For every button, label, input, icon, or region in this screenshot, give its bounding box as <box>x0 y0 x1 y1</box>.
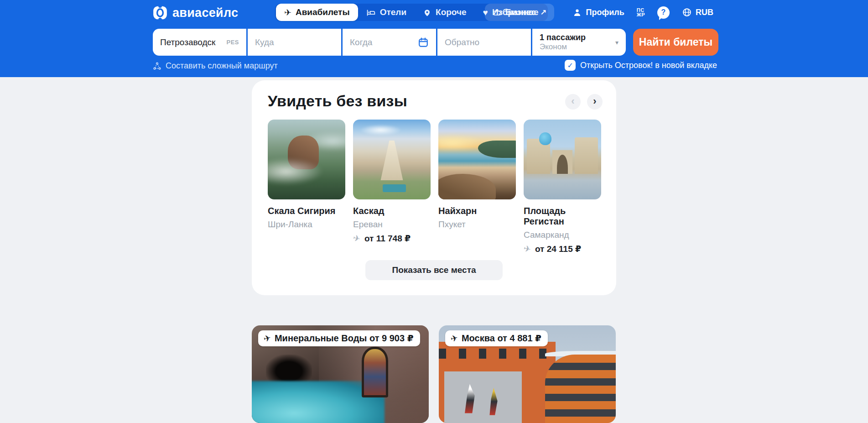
return-date-field[interactable]: Обратно <box>437 29 531 56</box>
flight-search-form: Петрозаводск PES Куда Когда Обратно 1 па… <box>153 29 718 56</box>
destination-field[interactable]: Куда <box>248 29 341 56</box>
globe-icon <box>682 7 692 17</box>
return-placeholder: Обратно <box>445 37 479 47</box>
plane-icon: ✈ <box>523 243 532 255</box>
checkbox-checked[interactable]: ✓ <box>565 60 576 71</box>
destination-card-registan[interactable]: Площадь Регистан Самарканд ✈ от 24 115 ₽ <box>524 120 601 254</box>
aviasales-logo-icon <box>153 5 167 20</box>
tab-label: Короче <box>436 7 467 17</box>
tab-hotels[interactable]: Отели <box>358 5 415 20</box>
destination-price: ✈ от 11 748 ₽ <box>353 233 431 244</box>
destination-title: Найхарн <box>438 206 516 216</box>
plane-icon: ✈ <box>262 332 272 344</box>
ostrovok-label: Открыть Островок! в новой вкладке <box>580 61 717 70</box>
destination-photo <box>524 120 601 199</box>
show-all-places-button[interactable]: Показать все места <box>365 260 503 280</box>
calendar-icon[interactable] <box>418 37 429 48</box>
destination-subtitle: Ереван <box>353 219 431 230</box>
plane-icon: ✈ <box>352 233 361 245</box>
aviasales-logo[interactable]: авиасейлс <box>153 4 238 21</box>
bed-icon <box>366 8 376 17</box>
psgr-line2: ЖР <box>637 12 645 17</box>
destination-cards: Скала Сигирия Шри-Ланка Каскад Ереван ✈ … <box>268 120 601 254</box>
map-pin-icon <box>423 8 431 17</box>
destination-subtitle: Шри-Ланка <box>268 219 345 230</box>
destination-subtitle: Пхукет <box>438 219 516 230</box>
chevron-left-icon: ‹ <box>571 95 574 107</box>
route-icon <box>153 62 161 70</box>
currency-label: RUB <box>696 8 713 17</box>
destination-title: Площадь Регистан <box>524 206 601 227</box>
tab-avia-tickets[interactable]: ✈ Авиабилеты <box>276 4 358 21</box>
cabin-class: Эконом <box>540 42 586 52</box>
tab-koroche[interactable]: Короче <box>415 5 475 20</box>
promo-price-badge: ✈ Минеральные Воды от 9 903 ₽ <box>258 330 420 346</box>
visa-free-section: Увидеть без визы ‹ › Скала Сигирия Шри-Л… <box>252 80 616 295</box>
carousel-prev-button[interactable]: ‹ <box>565 94 581 110</box>
origin-value: Петрозаводск <box>160 37 215 47</box>
destination-photo <box>353 120 431 199</box>
person-icon <box>572 8 582 17</box>
tab-business[interactable]: Бизнес ↗ <box>485 4 554 21</box>
chevron-down-icon: ▾ <box>615 39 619 46</box>
tab-label: Авиабилеты <box>296 7 350 17</box>
depart-date-field[interactable]: Когда <box>343 29 436 56</box>
price-value: от 24 115 ₽ <box>535 244 581 254</box>
destination-subtitle: Самарканд <box>524 230 601 240</box>
check-icon: ✓ <box>567 61 573 70</box>
destination-card-sigiriya[interactable]: Скала Сигирия Шри-Ланка <box>268 120 345 254</box>
destination-card-cascade[interactable]: Каскад Ереван ✈ от 11 748 ₽ <box>353 120 431 254</box>
ostrovok-checkbox-row[interactable]: ✓ Открыть Островок! в новой вкладке <box>565 60 717 71</box>
top-header: авиасейлс ✈ Авиабилеты Отели Короче ♥ Из… <box>0 0 868 77</box>
destination-photo <box>268 120 345 199</box>
promo-card-mineralnye-vody[interactable]: ✈ Минеральные Воды от 9 903 ₽ <box>252 325 429 423</box>
destination-title: Скала Сигирия <box>268 206 345 216</box>
destination-price: ✈ от 24 115 ₽ <box>524 244 601 254</box>
destination-card-naiharn[interactable]: Найхарн Пхукет <box>438 120 516 254</box>
passengers-count: 1 пассажир <box>540 33 586 43</box>
currency-selector[interactable]: RUB <box>682 7 713 17</box>
destination-title: Каскад <box>353 206 431 216</box>
question-mark-icon: ? <box>661 8 666 16</box>
plane-icon: ✈ <box>449 332 459 344</box>
psgr-magazine-button[interactable]: ПС ЖР <box>637 8 645 17</box>
destination-placeholder: Куда <box>255 37 274 47</box>
tab-label: Отели <box>380 7 406 17</box>
logo-text: авиасейлс <box>172 6 238 20</box>
carousel-next-button[interactable]: › <box>587 94 603 110</box>
tab-label: Бизнес <box>505 7 536 17</box>
origin-field[interactable]: Петрозаводск PES <box>153 29 246 56</box>
depart-placeholder: Когда <box>350 37 372 47</box>
header-utilities: Профиль ПС ЖР ? RUB <box>572 4 713 21</box>
complex-route-label: Составить сложный маршрут <box>166 61 278 71</box>
origin-airport-code: PES <box>226 39 239 46</box>
promo-badge-label: Москва от 4 881 ₽ <box>462 333 541 344</box>
destination-photo <box>438 120 516 199</box>
carousel-controls: ‹ › <box>565 94 603 110</box>
briefcase-icon <box>493 8 501 17</box>
section-title: Увидеть без визы <box>268 92 407 110</box>
passengers-class-selector[interactable]: 1 пассажир Эконом ▾ <box>532 29 626 56</box>
plane-icon: ✈ <box>284 8 291 17</box>
promo-price-badge: ✈ Москва от 4 881 ₽ <box>445 330 548 346</box>
chevron-right-icon: › <box>593 95 596 107</box>
profile-button[interactable]: Профиль <box>572 8 624 17</box>
help-button[interactable]: ? <box>657 6 670 19</box>
complex-route-link[interactable]: Составить сложный маршрут <box>153 61 278 71</box>
promo-badge-label: Минеральные Воды от 9 903 ₽ <box>275 333 414 344</box>
promo-card-moscow[interactable]: ✈ Москва от 4 881 ₽ <box>439 325 616 423</box>
external-link-icon: ↗ <box>540 8 546 17</box>
search-tickets-button[interactable]: Найти билеты <box>633 29 718 56</box>
profile-label: Профиль <box>586 8 624 17</box>
price-value: от 11 748 ₽ <box>364 233 411 244</box>
